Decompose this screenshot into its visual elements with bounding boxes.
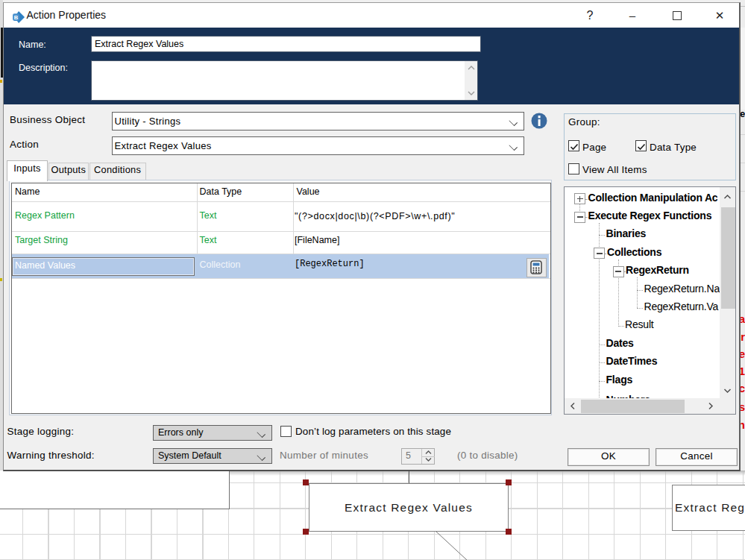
svg-text:B: B bbox=[14, 14, 19, 21]
